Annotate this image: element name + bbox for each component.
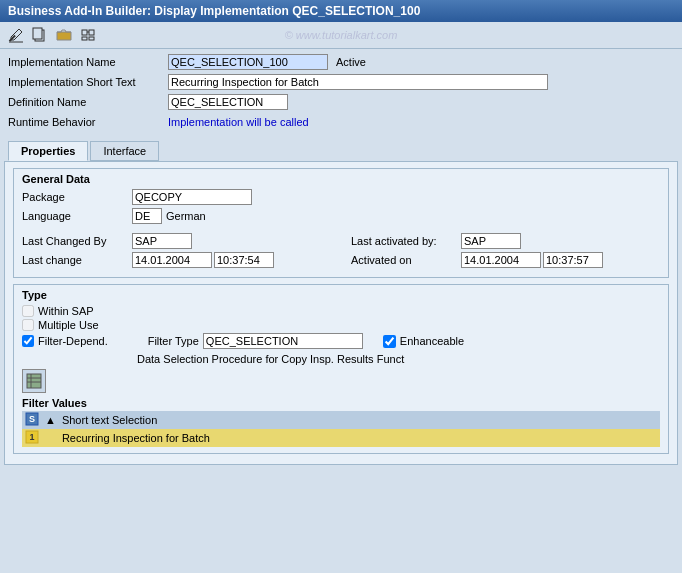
copy-icon[interactable] — [30, 25, 50, 45]
last-change-row: Last change — [22, 252, 331, 268]
filter-table: S ▲ Short text Selection 1 Recurring Ins… — [22, 411, 660, 447]
form-area: Implementation Name Active Implementatio… — [0, 49, 682, 137]
short-text-row: Implementation Short Text — [8, 73, 674, 91]
language-code-input[interactable] — [132, 208, 162, 224]
last-activated-by-input[interactable] — [461, 233, 521, 249]
watermark: © www.tutorialkart.com — [285, 29, 398, 41]
last-activated-by-label: Last activated by: — [351, 235, 461, 247]
svg-rect-5 — [82, 30, 87, 35]
title-bar: Business Add-In Builder: Display Impleme… — [0, 0, 682, 22]
folder-icon[interactable] — [54, 25, 74, 45]
filter-type-input[interactable] — [203, 333, 363, 349]
impl-name-row: Implementation Name Active — [8, 53, 674, 71]
main-content: General Data Package Language German Las… — [4, 161, 678, 465]
active-label: Active — [336, 56, 366, 68]
runtime-row: Runtime Behavior Implementation will be … — [8, 113, 674, 131]
tabs-row: Properties Interface — [0, 137, 682, 161]
general-data-title: General Data — [22, 173, 660, 185]
package-input[interactable] — [132, 189, 252, 205]
runtime-value: Implementation will be called — [168, 116, 309, 128]
table-row: 1 Recurring Inspection for Batch — [22, 429, 660, 447]
def-name-row: Definition Name — [8, 93, 674, 111]
right-col: Last activated by: Activated on — [351, 233, 660, 271]
row-1-icon-cell: 1 — [22, 429, 42, 447]
activated-on-label: Activated on — [351, 254, 461, 266]
enhanceable-row: Enhanceable — [383, 335, 464, 348]
svg-text:S: S — [29, 414, 35, 424]
general-data-section: General Data Package Language German Las… — [13, 168, 669, 278]
filter-type-label: Filter Type — [148, 335, 199, 347]
type-section: Type Within SAP Multiple Use Filter-Depe… — [13, 284, 669, 454]
short-text-input[interactable] — [168, 74, 548, 90]
tab-properties[interactable]: Properties — [8, 141, 88, 161]
filter-depend-label: Filter-Depend. — [38, 335, 108, 347]
last-changed-by-input[interactable] — [132, 233, 192, 249]
filter-icon-btn[interactable] — [22, 369, 660, 393]
row-1-text: Recurring Inspection for Batch — [59, 429, 660, 447]
filter-desc: Data Selection Procedure for Copy Insp. … — [22, 353, 660, 365]
row-s-sort-icon: ▲ — [42, 411, 59, 429]
last-changed-by-label: Last Changed By — [22, 235, 132, 247]
runtime-label: Runtime Behavior — [8, 116, 168, 128]
svg-rect-6 — [89, 30, 94, 35]
title-text: Business Add-In Builder: Display Impleme… — [8, 4, 420, 18]
last-change-date-input[interactable] — [132, 252, 212, 268]
multiple-use-label: Multiple Use — [38, 319, 99, 331]
s-icon: S — [25, 412, 39, 426]
left-col: Last Changed By Last change — [22, 233, 331, 271]
filter-depend-row: Filter-Depend. — [22, 335, 108, 347]
language-name: German — [166, 210, 206, 222]
last-change-time-input[interactable] — [214, 252, 274, 268]
svg-rect-8 — [89, 37, 94, 40]
activated-on-row: Activated on — [351, 252, 660, 268]
impl-name-input[interactable] — [168, 54, 328, 70]
filter-depend-checkbox[interactable] — [22, 335, 34, 347]
one-icon: 1 — [25, 430, 39, 444]
two-col-dates: Last Changed By Last change Last activat… — [22, 233, 660, 271]
svg-rect-10 — [27, 374, 41, 388]
svg-rect-7 — [82, 37, 87, 40]
type-title: Type — [22, 289, 660, 301]
activated-on-date-input[interactable] — [461, 252, 541, 268]
last-change-label: Last change — [22, 254, 132, 266]
toolbar: © www.tutorialkart.com — [0, 22, 682, 49]
def-name-label: Definition Name — [8, 96, 168, 108]
table-row: S ▲ Short text Selection — [22, 411, 660, 429]
impl-name-label: Implementation Name — [8, 56, 168, 68]
def-name-input[interactable] — [168, 94, 288, 110]
language-row: Language German — [22, 208, 660, 224]
enhanceable-checkbox[interactable] — [383, 335, 396, 348]
row-1-empty — [42, 429, 59, 447]
filter-values-label: Filter Values — [22, 397, 660, 409]
enhanceable-label: Enhanceable — [400, 335, 464, 347]
package-label: Package — [22, 191, 132, 203]
row-s-icon-cell: S — [22, 411, 42, 429]
svg-rect-4 — [33, 28, 42, 39]
multiple-use-row: Multiple Use — [22, 319, 660, 331]
last-changed-by-row: Last Changed By — [22, 233, 331, 249]
package-row: Package — [22, 189, 660, 205]
language-label: Language — [22, 210, 132, 222]
within-sap-label: Within SAP — [38, 305, 94, 317]
tab-interface[interactable]: Interface — [90, 141, 159, 161]
activated-on-time-input[interactable] — [543, 252, 603, 268]
svg-text:1: 1 — [29, 432, 34, 442]
edit-icon[interactable] — [6, 25, 26, 45]
last-activated-by-row: Last activated by: — [351, 233, 660, 249]
row-s-text: Short text Selection — [59, 411, 660, 429]
multiple-use-checkbox[interactable] — [22, 319, 34, 331]
filter-table-icon[interactable] — [22, 369, 46, 393]
link-icon[interactable] — [78, 25, 98, 45]
within-sap-row: Within SAP — [22, 305, 660, 317]
within-sap-checkbox[interactable] — [22, 305, 34, 317]
short-text-label: Implementation Short Text — [8, 76, 168, 88]
